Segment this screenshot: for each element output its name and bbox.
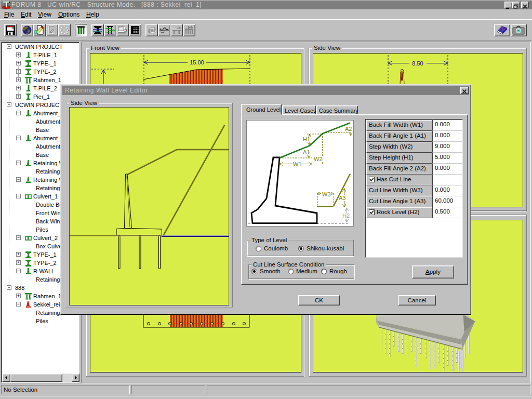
- svg-text:A1: A1: [303, 149, 310, 155]
- svg-text:H1: H1: [303, 136, 310, 142]
- svg-text:W3: W3: [322, 191, 331, 197]
- svg-text:A2: A2: [345, 126, 352, 132]
- svg-text:W1: W1: [293, 161, 302, 167]
- svg-text:H2: H2: [342, 212, 350, 219]
- svg-text:8.50: 8.50: [412, 60, 423, 66]
- svg-text:15.00: 15.00: [190, 59, 204, 65]
- svg-text:A3: A3: [339, 195, 345, 201]
- svg-text:W2: W2: [314, 156, 323, 162]
